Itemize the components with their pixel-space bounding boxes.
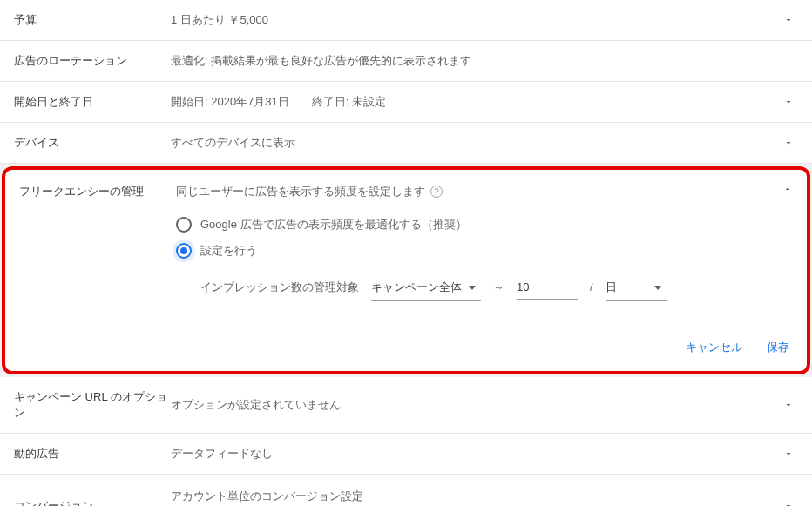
label-dynamic-ads: 動的広告	[14, 446, 171, 462]
chevron-down-icon	[779, 501, 798, 506]
radio-label-manual: 設定を行う	[200, 243, 257, 259]
dropdown-icon	[654, 286, 661, 290]
scope-select[interactable]: キャンペーン全体	[371, 276, 481, 301]
conversions-line1: アカウント単位のコンバージョン設定	[171, 487, 779, 506]
label-devices: デバイス	[14, 135, 171, 151]
radio-icon	[176, 217, 192, 233]
frequency-management-section: フリークエンシーの管理 同じユーザーに広告を表示する頻度を設定します ? Goo…	[2, 166, 810, 374]
row-dynamic-ads[interactable]: 動的広告 データフィードなし	[0, 434, 812, 475]
value-url-options: オプションが設定されていません	[171, 397, 779, 413]
count-value: 10	[517, 280, 529, 293]
chevron-down-icon	[779, 97, 798, 107]
dropdown-icon	[469, 286, 476, 290]
value-dates: 開始日: 2020年7月31日 終了日: 未設定	[171, 94, 779, 110]
slash-separator: /	[590, 280, 593, 293]
row-devices[interactable]: デバイス すべてのデバイスに表示	[0, 123, 812, 164]
row-ad-rotation[interactable]: 広告のローテーション 最適化: 掲載結果が最も良好な広告が優先的に表示されます	[0, 41, 812, 82]
radio-set-manually[interactable]: 設定を行う	[176, 238, 782, 264]
chevron-up-icon[interactable]	[782, 184, 793, 197]
action-bar: キャンセル 保存	[5, 301, 807, 371]
chevron-down-icon	[779, 449, 798, 459]
value-conversions: アカウント単位のコンバージョン設定 [コンバージョン] 列と [すべてのコンバー…	[171, 487, 779, 506]
help-icon[interactable]: ?	[430, 186, 443, 198]
radio-optimize-by-google[interactable]: Google 広告で広告の表示頻度を最適化する（推奨）	[176, 212, 782, 238]
value-budget: 1 日あたり ￥5,000	[171, 12, 779, 28]
row-campaign-url-options[interactable]: キャンペーン URL のオプション オプションが設定されていません	[0, 377, 812, 434]
label-dates: 開始日と終了日	[14, 94, 171, 110]
tilde-separator: ～	[493, 280, 504, 295]
scope-value: キャンペーン全体	[371, 280, 462, 295]
label-url-options: キャンペーン URL のオプション	[14, 389, 171, 421]
row-budget[interactable]: 予算 1 日あたり ￥5,000	[0, 0, 812, 41]
label-ad-rotation: 広告のローテーション	[14, 53, 171, 69]
chevron-down-icon	[779, 138, 798, 148]
impression-target-label: インプレッション数の管理対象	[200, 280, 359, 295]
chevron-down-icon	[779, 400, 798, 410]
row-dates[interactable]: 開始日と終了日 開始日: 2020年7月31日 終了日: 未設定	[0, 82, 812, 123]
label-budget: 予算	[14, 12, 171, 28]
save-button[interactable]: 保存	[767, 340, 789, 355]
count-input[interactable]: 10	[517, 277, 578, 300]
label-frequency: フリークエンシーの管理	[19, 184, 176, 199]
row-conversions[interactable]: コンバージョン アカウント単位のコンバージョン設定 [コンバージョン] 列と […	[0, 475, 812, 506]
radio-icon	[176, 243, 192, 259]
impression-settings: インプレッション数の管理対象 キャンペーン全体 ～ 10 / 日	[176, 276, 782, 301]
period-select[interactable]: 日	[606, 276, 667, 301]
frequency-radio-group: Google 広告で広告の表示頻度を最適化する（推奨） 設定を行う	[176, 212, 782, 264]
value-ad-rotation: 最適化: 掲載結果が最も良好な広告が優先的に表示されます	[171, 53, 798, 69]
chevron-down-icon	[779, 15, 798, 25]
cancel-button[interactable]: キャンセル	[686, 340, 742, 355]
label-conversions: コンバージョン	[14, 498, 171, 506]
value-devices: すべてのデバイスに表示	[171, 135, 779, 151]
period-value: 日	[606, 280, 617, 295]
value-dynamic-ads: データフィードなし	[171, 446, 779, 462]
radio-label-optimize: Google 広告で広告の表示頻度を最適化する（推奨）	[200, 217, 467, 233]
frequency-description: 同じユーザーに広告を表示する頻度を設定します	[176, 184, 425, 199]
